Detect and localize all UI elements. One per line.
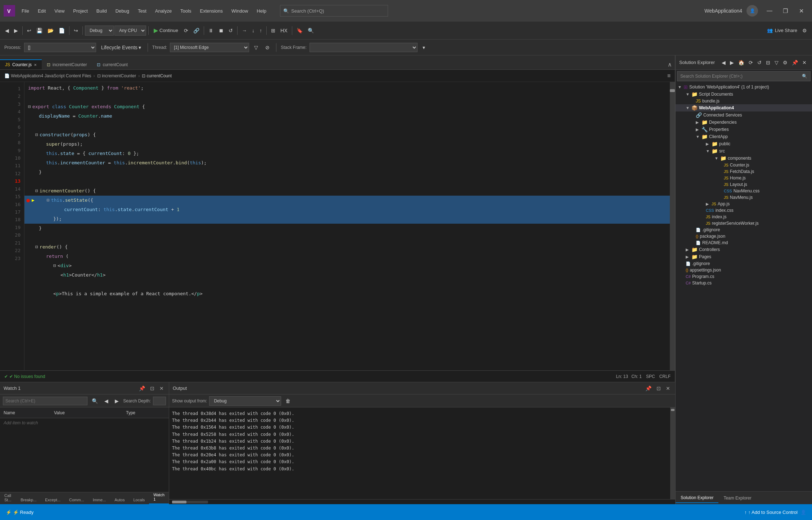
nav-forward-btn[interactable]: ▶: [12, 26, 20, 35]
minimize-btn[interactable]: —: [762, 5, 777, 16]
save-btn[interactable]: 💾: [34, 26, 45, 35]
menu-window[interactable]: Window: [228, 7, 252, 15]
breadcrumb-item1[interactable]: 📄 WebApplication4 JavaScript Content Fil…: [4, 73, 91, 78]
refresh-btn[interactable]: ⟳: [182, 26, 190, 35]
se-fetchdata-js[interactable]: JS FetchData.js: [676, 168, 812, 175]
editor-scrollbar[interactable]: [670, 82, 675, 370]
lifecycle-btn[interactable]: Lifecycle Events ▾: [99, 43, 143, 52]
se-collapse-btn[interactable]: ⊟: [764, 59, 772, 67]
se-package-json[interactable]: {} package.json: [676, 233, 812, 240]
maximize-btn[interactable]: ❐: [778, 5, 793, 16]
stop-btn[interactable]: ⏹: [216, 26, 226, 35]
se-clientapp[interactable]: ▼ 📁 ClientApp: [676, 133, 812, 140]
tab-breakpoints[interactable]: Breakp...: [16, 496, 41, 504]
se-navmenu-js[interactable]: JS NavMenu.js: [676, 194, 812, 201]
se-index-css[interactable]: CSS index.css: [676, 207, 812, 214]
se-pages[interactable]: ▶ 📁 Pages: [676, 253, 812, 260]
live-share-btn[interactable]: 👥 Live Share: [764, 26, 800, 35]
watch-pin-btn[interactable]: 📌: [137, 385, 146, 392]
editor-menu-btn[interactable]: ≡: [667, 73, 671, 79]
step-over-btn[interactable]: →: [240, 26, 249, 35]
new-file-btn[interactable]: 📄: [57, 26, 67, 35]
se-forward-btn[interactable]: ▶: [728, 59, 736, 67]
tab-team-explorer[interactable]: Team Explorer: [718, 493, 756, 503]
output-source-dropdown[interactable]: Debug: [209, 396, 281, 406]
watch-prev-btn[interactable]: ◀: [102, 397, 110, 405]
menu-edit[interactable]: Edit: [34, 7, 49, 15]
se-connected-services[interactable]: 🔗 Connected Services: [676, 111, 812, 119]
restart-btn[interactable]: ↺: [226, 26, 235, 35]
se-dependencies[interactable]: ▶ 📁 Dependencies: [676, 119, 812, 126]
menu-help[interactable]: Help: [253, 7, 270, 15]
status-user-icon[interactable]: 👤: [800, 510, 806, 515]
se-program-cs[interactable]: C# Program.cs: [676, 273, 812, 280]
collapse-editor-btn[interactable]: ∧: [665, 60, 675, 69]
breadcrumb-item3[interactable]: ⊡ currentCount: [142, 73, 172, 78]
se-search-box[interactable]: Search Solution Explorer (Ctrl+;) 🔍: [677, 71, 811, 81]
tab-immediate[interactable]: Imme...: [89, 496, 110, 504]
output-undock-btn[interactable]: ⊡: [655, 385, 662, 392]
add-to-source-control[interactable]: ↑ ↑ Add to Source Control: [744, 510, 798, 515]
watch-add-item[interactable]: Add item to watch: [0, 418, 169, 428]
se-close-btn[interactable]: ✕: [800, 59, 808, 67]
se-script-documents[interactable]: ▼ 📁 Script Documents: [676, 91, 812, 98]
output-scrollbar[interactable]: [670, 407, 675, 499]
se-refresh-btn[interactable]: ↺: [755, 59, 763, 67]
menu-test[interactable]: Test: [134, 7, 150, 15]
se-components[interactable]: ▼ 📁 components: [676, 155, 812, 162]
se-register-sw[interactable]: JS registerServiceWorker.js: [676, 220, 812, 227]
menu-view[interactable]: View: [51, 7, 68, 15]
se-navmenu-css[interactable]: CSS NavMenu.css: [676, 188, 812, 194]
se-solution[interactable]: ▼ ⊞ Solution 'WebApplication4' (1 of 1 p…: [676, 83, 812, 91]
se-startup-cs[interactable]: C# Startup.cs: [676, 280, 812, 286]
se-app-js[interactable]: ▶ JS App.js: [676, 201, 812, 207]
tab-watch1[interactable]: Watch 1: [149, 491, 169, 504]
tab-counter-js[interactable]: JS Counter.js ✕: [0, 59, 42, 69]
menu-analyze[interactable]: Analyze: [152, 7, 175, 15]
output-hscrollbar[interactable]: [169, 499, 675, 504]
se-counter-js[interactable]: JS Counter.js: [676, 162, 812, 168]
stack-expand-btn[interactable]: ▾: [420, 43, 427, 52]
hex-btn[interactable]: HX: [278, 26, 289, 35]
watch-search-input[interactable]: [3, 397, 87, 405]
attach-btn[interactable]: 🔗: [191, 26, 202, 35]
menu-debug[interactable]: Debug: [112, 7, 133, 15]
se-src[interactable]: ▼ 📁 src: [676, 147, 812, 155]
se-public[interactable]: ▶ 📁 public: [676, 140, 812, 147]
tab-increment-counter[interactable]: ⊡ incrementCounter: [42, 59, 92, 69]
se-filter-btn[interactable]: ▽: [773, 59, 780, 67]
se-sync-btn[interactable]: ⟳: [747, 59, 755, 67]
se-properties[interactable]: ▶ 🔧 Properties: [676, 126, 812, 133]
watch-close-btn[interactable]: ✕: [158, 385, 165, 392]
menu-project[interactable]: Project: [69, 7, 91, 15]
se-home-js[interactable]: JS Home.js: [676, 175, 812, 181]
process-dropdown[interactable]: []: [24, 43, 96, 52]
se-gitignore-outer[interactable]: 📄 .gitignore: [676, 260, 812, 267]
se-bundle-js[interactable]: JS bundle.js: [676, 98, 812, 104]
tab-locals[interactable]: Locals: [129, 496, 149, 504]
se-appsettings[interactable]: {} appsettings.json: [676, 267, 812, 273]
se-readme[interactable]: 📄 README.md: [676, 240, 812, 246]
search-depth-input[interactable]: [153, 397, 166, 405]
tab-command[interactable]: Comm...: [65, 496, 89, 504]
cpu-dropdown[interactable]: Any CPU: [114, 26, 146, 36]
menu-build[interactable]: Build: [93, 7, 110, 15]
watch-next-btn[interactable]: ▶: [113, 397, 121, 405]
step-into-btn[interactable]: ↓: [250, 26, 257, 35]
code-editor[interactable]: import React, { Component } from 'react'…: [24, 82, 670, 370]
thread-dropdown[interactable]: [1] Microsoft Edge: [170, 43, 249, 52]
callstack-filter-btn[interactable]: ⊘: [263, 43, 272, 52]
se-webapp4[interactable]: ▼ 📦 WebApplication4: [676, 104, 812, 111]
close-btn[interactable]: ✕: [794, 5, 808, 16]
menu-tools[interactable]: Tools: [177, 7, 195, 15]
se-settings-btn[interactable]: ⚙: [781, 59, 789, 67]
filter-btn[interactable]: ▽: [252, 43, 260, 52]
tab-solution-explorer[interactable]: Solution Explorer: [676, 493, 718, 503]
se-pin-btn[interactable]: 📌: [790, 59, 800, 67]
breakpoint-btn[interactable]: ⊞: [269, 26, 278, 35]
menu-file[interactable]: File: [18, 7, 33, 15]
step-out-btn[interactable]: ↑: [257, 26, 264, 35]
tab-autos[interactable]: Autos: [110, 496, 129, 504]
breadcrumb-item2[interactable]: ⊡ incrementCounter: [97, 73, 136, 78]
bookmark-btn[interactable]: 🔖: [294, 26, 305, 35]
